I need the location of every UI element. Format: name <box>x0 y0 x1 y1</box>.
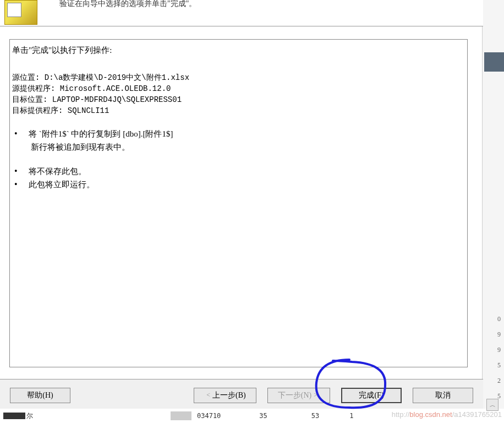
target-location-label: 目标位置: <box>12 95 47 104</box>
source-location-label: 源位置: <box>12 73 40 82</box>
strip-text: 尔 <box>26 411 33 421</box>
next-button-label: 下一步(N) <box>278 391 311 400</box>
target-provider-label: 目标提供程序: <box>12 106 63 115</box>
wizard-button-bar: 帮助(H) < 上一步(B) 下一步(N) > 完成(F) 取消 <box>0 379 483 411</box>
watermark: http://blog.csdn.net/a14391765201 <box>392 410 502 419</box>
bullet-icon: • <box>14 178 29 191</box>
background-row-numbers: 0 9 9 5 2 5 <box>484 311 504 404</box>
back-button-label: 上一步(B) <box>212 391 246 400</box>
strip-number: 034710 <box>197 412 221 420</box>
wizard-header: 验证在向导中选择的选项并单击"完成"。 <box>0 0 483 26</box>
help-button[interactable]: 帮助(H) <box>10 388 70 403</box>
action-list: • 将 `附件1$` 中的行复制到 [dbo].[附件1$] 新行将被追加到现有… <box>12 127 465 191</box>
strip-number: 53 <box>311 412 319 420</box>
source-location-value: D:\a数学建模\D-2019中文\附件1.xlsx <box>45 73 189 82</box>
target-location-line: 目标位置: LAPTOP-MDFRD4JQ\SQLEXPRESS01 <box>12 94 465 105</box>
source-provider-value: Microsoft.ACE.OLEDB.12.0 <box>60 84 171 93</box>
source-provider-label: 源提供程序: <box>12 84 55 93</box>
finish-button[interactable]: 完成(F) <box>341 388 402 403</box>
chevron-up-icon: ︿ <box>490 401 496 409</box>
chevron-left-icon: < <box>206 391 210 399</box>
target-provider-line: 目标提供程序: SQLNCLI11 <box>12 105 465 116</box>
wizard-icon <box>4 0 37 25</box>
wizard-subtitle: 验证在向导中选择的选项并单击"完成"。 <box>59 0 196 9</box>
bullet-icon: • <box>14 165 29 178</box>
target-provider-value: SQLNCLI11 <box>68 106 109 115</box>
scroll-up-button[interactable]: ︿ <box>486 399 498 411</box>
strip-gray-block <box>171 411 191 420</box>
action-item-copy-detail: 新行将被追加到现有表中。 <box>31 140 465 154</box>
strip-number: 35 <box>259 412 267 420</box>
next-button: 下一步(N) > <box>267 388 330 403</box>
strip-number: 1 <box>349 412 353 420</box>
action-item-runnow: • 此包将立即运行。 <box>14 178 465 191</box>
back-button[interactable]: < 上一步(B) <box>194 388 256 403</box>
action-item-copy: • 将 `附件1$` 中的行复制到 [dbo].[附件1$] <box>14 127 465 140</box>
chevron-right-icon: > <box>314 391 317 399</box>
strip-dark-block <box>3 413 25 419</box>
action-item-nosave: • 将不保存此包。 <box>14 165 465 178</box>
bullet-icon: • <box>14 127 29 140</box>
target-location-value: LAPTOP-MDFRD4JQ\SQLEXPRESS01 <box>52 95 182 104</box>
background-dark-block <box>484 52 504 72</box>
summary-title: 单击"完成"以执行下列操作: <box>12 45 465 56</box>
summary-panel: 单击"完成"以执行下列操作: 源位置: D:\a数学建模\D-2019中文\附件… <box>9 39 468 367</box>
cancel-button[interactable]: 取消 <box>413 388 473 403</box>
source-provider-line: 源提供程序: Microsoft.ACE.OLEDB.12.0 <box>12 83 465 94</box>
source-location-line: 源位置: D:\a数学建模\D-2019中文\附件1.xlsx <box>12 72 465 83</box>
